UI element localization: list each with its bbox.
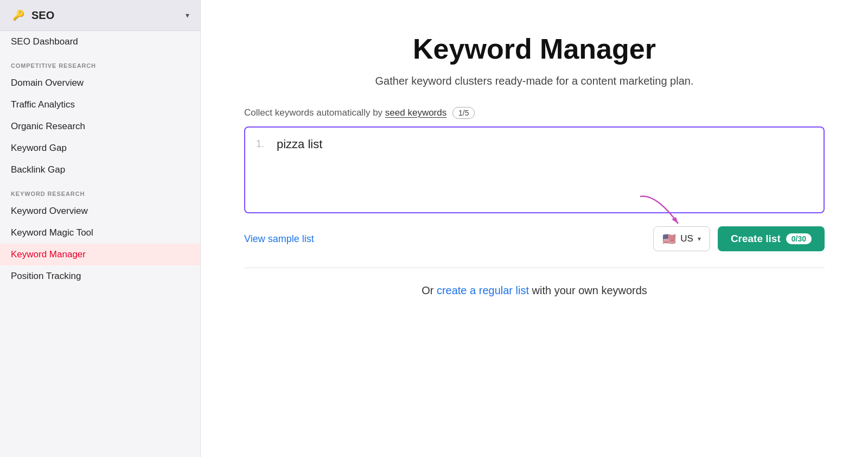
- sidebar-item-seo-dashboard[interactable]: SEO Dashboard: [0, 31, 200, 53]
- country-label: US: [680, 233, 693, 244]
- keyword-text[interactable]: pizza list: [277, 137, 322, 151]
- or-row: Or create a regular list with your own k…: [244, 284, 825, 297]
- sidebar-header[interactable]: 🔑 SEO ▾: [0, 0, 200, 31]
- keyword-number: 1.: [256, 137, 269, 150]
- sidebar-section-competitive: COMPETITIVE RESEARCH: [0, 53, 200, 72]
- sidebar-item-position-tracking[interactable]: Position Tracking: [0, 265, 200, 287]
- sidebar-item-keyword-overview[interactable]: Keyword Overview: [0, 200, 200, 222]
- sidebar-title: SEO: [31, 9, 186, 22]
- sidebar-item-label: Keyword Overview: [11, 206, 88, 217]
- sidebar-section-keyword-research: KEYWORD RESEARCH: [0, 181, 200, 200]
- sidebar-item-label: Organic Research: [11, 121, 85, 132]
- sidebar-item-label: Position Tracking: [11, 271, 81, 282]
- create-regular-list-link[interactable]: create a regular list: [437, 284, 529, 296]
- sidebar-item-domain-overview[interactable]: Domain Overview: [0, 72, 200, 94]
- sidebar-item-label: Keyword Magic Tool: [11, 227, 93, 238]
- right-actions: 🇺🇸 US ▾ Create list 0/30: [653, 226, 825, 251]
- sidebar-item-keyword-gap[interactable]: Keyword Gap: [0, 137, 200, 159]
- sidebar-item-label: Domain Overview: [11, 78, 84, 88]
- create-list-label: Create list: [731, 233, 781, 245]
- create-list-badge: 0/30: [786, 233, 812, 244]
- main-content: Keyword Manager Gather keyword clusters …: [201, 0, 868, 457]
- seed-keywords-link[interactable]: seed keywords: [385, 107, 446, 118]
- sidebar-item-label: Keyword Gap: [11, 143, 67, 154]
- section-divider: [244, 268, 825, 268]
- page-subtitle: Gather keyword clusters ready-made for a…: [375, 75, 694, 87]
- svg-marker-0: [672, 217, 678, 224]
- sidebar-item-backlink-gap[interactable]: Backlink Gap: [0, 159, 200, 181]
- sidebar-chevron-icon: ▾: [186, 11, 189, 20]
- page-title: Keyword Manager: [413, 33, 656, 65]
- flag-icon: 🇺🇸: [662, 232, 676, 245]
- sidebar-item-traffic-analytics[interactable]: Traffic Analytics: [0, 94, 200, 116]
- keyword-input-row: 1. pizza list: [256, 137, 813, 151]
- seo-icon: 🔑: [11, 8, 26, 23]
- sidebar-item-label: Backlink Gap: [11, 164, 65, 175]
- sidebar-item-keyword-magic-tool[interactable]: Keyword Magic Tool: [0, 222, 200, 244]
- sidebar-item-label: Keyword Manager: [11, 249, 86, 260]
- sidebar-item-label: Traffic Analytics: [11, 99, 75, 110]
- keyword-input-box: 1. pizza list: [244, 126, 825, 213]
- collect-label: Collect keywords automatically by seed k…: [244, 107, 825, 119]
- country-chevron-icon: ▾: [698, 235, 701, 243]
- create-list-button[interactable]: Create list 0/30: [718, 226, 825, 251]
- view-sample-link[interactable]: View sample list: [244, 233, 314, 245]
- sidebar-item-keyword-manager[interactable]: Keyword Manager: [0, 244, 200, 265]
- country-selector[interactable]: 🇺🇸 US ▾: [653, 226, 710, 251]
- seed-count-badge: 1/5: [452, 107, 475, 119]
- sidebar-item-label: SEO Dashboard: [11, 36, 78, 47]
- sidebar-item-organic-research[interactable]: Organic Research: [0, 116, 200, 137]
- sidebar: 🔑 SEO ▾ SEO Dashboard COMPETITIVE RESEAR…: [0, 0, 201, 457]
- actions-row: View sample list 🇺🇸 US ▾ Create list 0/3…: [244, 226, 825, 251]
